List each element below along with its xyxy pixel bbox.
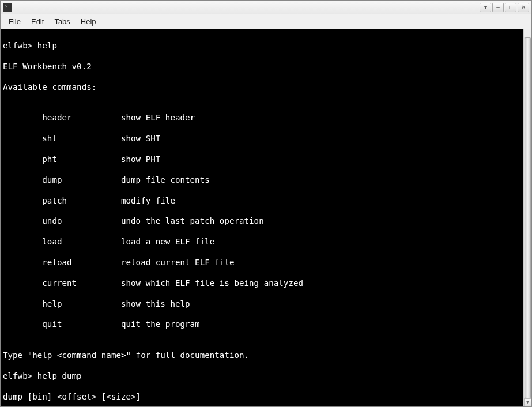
menu-help-rest: elp: [86, 17, 96, 26]
menu-edit[interactable]: Edit: [27, 16, 48, 28]
terminal-line: ELF Workbench v0.2: [3, 62, 529, 72]
terminal-line: elfwb> help dump: [3, 371, 529, 382]
terminal-line: load load a new ELF file: [3, 237, 529, 247]
terminal-line: undo undo the last patch operation: [3, 216, 529, 227]
menubar: File Edit Tabs Help: [1, 14, 531, 29]
terminal-line: dump dump file contents: [3, 175, 529, 186]
window-controls: ▾ – □ ✕: [480, 3, 529, 12]
menu-file-rest: ile: [13, 17, 21, 26]
menu-help[interactable]: Help: [76, 16, 101, 28]
menu-tabs-rest: abs: [58, 17, 70, 26]
terminal-line: quit quit the program: [3, 319, 529, 330]
terminal-line: elfwb> help: [3, 41, 529, 51]
menu-edit-rest: dit: [36, 17, 44, 26]
maximize-button[interactable]: □: [505, 3, 516, 12]
terminal-line: Available commands:: [3, 82, 529, 93]
minimize-button[interactable]: –: [492, 3, 504, 12]
terminal-app-icon: [3, 3, 12, 12]
terminal-line: sht show SHT: [3, 134, 529, 144]
menu-tabs[interactable]: Tabs: [50, 16, 74, 28]
scroll-thumb[interactable]: [525, 37, 531, 398]
scroll-down-icon[interactable]: ▼: [524, 398, 531, 406]
terminal-line: help show this help: [3, 299, 529, 310]
terminal-line: pht show PHT: [3, 154, 529, 165]
scrollbar[interactable]: ▲ ▼: [523, 29, 531, 406]
terminal-area[interactable]: elfwb> help ELF Workbench v0.2 Available…: [1, 29, 531, 406]
terminal-line: patch modify file: [3, 196, 529, 206]
terminal-line: reload reload current ELF file: [3, 258, 529, 268]
titlebar[interactable]: ▾ – □ ✕: [1, 1, 531, 14]
terminal-line: header show ELF header: [3, 113, 529, 123]
terminal-line: current show which ELF file is being ana…: [3, 278, 529, 289]
close-button[interactable]: ✕: [518, 3, 529, 12]
terminal-window: ▾ – □ ✕ File Edit Tabs Help elfwb> help …: [0, 0, 532, 407]
scroll-track[interactable]: [524, 37, 531, 398]
menu-button[interactable]: ▾: [480, 3, 491, 12]
terminal-line: Type "help <command_name>" for full docu…: [3, 351, 529, 361]
terminal-line: dump [bin] <offset> [<size>]: [3, 392, 529, 402]
menu-file[interactable]: File: [4, 16, 25, 28]
